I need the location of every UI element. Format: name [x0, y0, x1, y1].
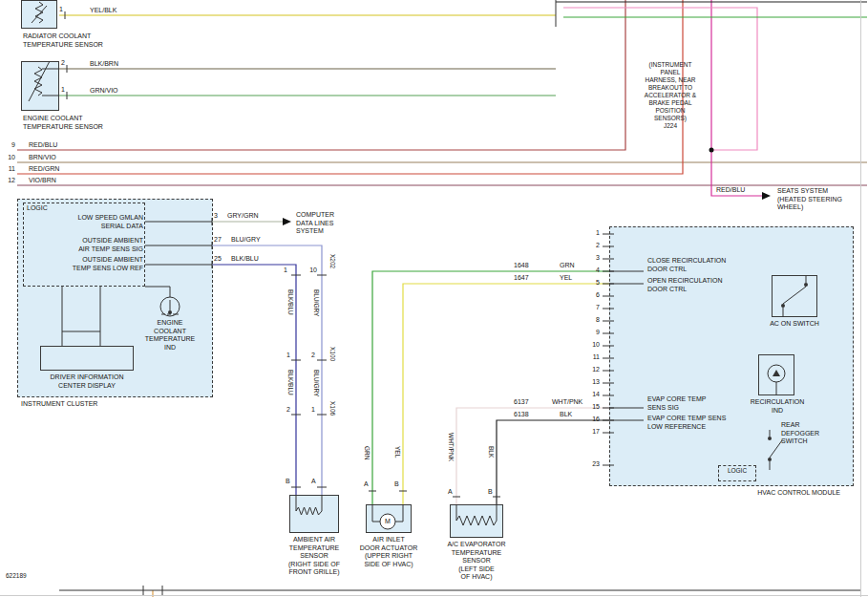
coolant-temp-ind-label: ENGINE COOLANT TEMPERATURE IND: [139, 319, 201, 352]
evap-sensor-label: A/C EVAPORATOR TEMPERATURE SENSOR (LEFT …: [440, 541, 513, 582]
hvac-pin-number: 7: [582, 304, 600, 312]
wire-1647-yel: [403, 284, 609, 504]
hvac-pin-number: 10: [582, 341, 600, 350]
cluster-logic-label: LOGIC: [27, 204, 48, 213]
pin-number: 2: [286, 406, 294, 415]
pin-number: 10: [306, 267, 317, 275]
seats-system-arrow-icon: [762, 192, 771, 200]
ac-switch-contact-icon: [804, 283, 808, 287]
pin-number: 27: [214, 236, 225, 245]
wire-color-label: WHT/PNK: [552, 398, 582, 407]
computer-data-arrow-icon: [283, 218, 291, 225]
hvac-signal-label: OPEN RECIRCULATION DOOR CTRL: [647, 277, 722, 293]
hvac-pin-number: 6: [582, 291, 600, 300]
computer-data-lines-label: COMPUTER DATA LINES SYSTEM: [296, 211, 363, 236]
viewer-frame-line: [0, 0, 868, 597]
ac-switch-contact-icon: [781, 304, 785, 308]
hvac-pin-number: 9: [582, 329, 600, 337]
wire-color-label: VIO/BRN: [29, 177, 56, 185]
wire-color-label: RED/BLU: [29, 141, 57, 150]
engine-sensor-label: ENGINE COOLANT TEMPERATURE SENSOR: [23, 115, 111, 131]
pin-number: 1: [286, 352, 294, 360]
circuit-number: 6138: [514, 411, 529, 419]
hvac-logic-label: LOGIC: [719, 467, 755, 475]
hvac-pin-number: 8: [582, 316, 600, 325]
pin-letter: B: [488, 488, 496, 497]
recirc-arrow-icon: [773, 370, 780, 376]
row-number: 11: [2, 165, 15, 174]
hvac-pin-number: 1: [582, 229, 600, 238]
j224-harness-note: (INSTRUMENT PANEL HARNESS, NEAR BREAKOUT…: [628, 61, 712, 130]
hvac-pin-number: 13: [582, 378, 600, 387]
pin-number: 1: [59, 6, 69, 14]
wire-color-label-vertical: BLK/BLU: [286, 370, 294, 395]
wire-color-label-vertical: BLK: [487, 446, 495, 458]
pin-number: 1: [61, 86, 71, 95]
pin-number: 25: [214, 255, 225, 264]
wire-color-label-vertical: BLU/GRY: [312, 289, 320, 316]
circuit-number: 1648: [514, 262, 529, 270]
instrument-cluster-label: INSTRUMENT CLUSTER: [21, 400, 97, 409]
hvac-signal-label: EVAP CORE TEMP SENS SIG: [647, 395, 706, 412]
wire-color-label: YEL/BLK: [90, 7, 116, 15]
pin-letter: B: [286, 478, 293, 486]
circuit-number: 6137: [514, 398, 529, 407]
hvac-pin-number: 11: [582, 353, 600, 362]
wire-color-label: GRN/VIO: [90, 87, 118, 96]
wire-color-label: GRN: [560, 262, 575, 270]
ac-on-switch-label: AC ON SWITCH: [764, 320, 825, 329]
seats-system-label: SEATS SYSTEM (HEATED STEERING WHEEL): [777, 187, 865, 212]
pin-number: 1: [311, 406, 319, 415]
hvac-pin-number: 17: [582, 428, 600, 437]
pin-number: 3: [214, 212, 225, 221]
wire-color-label: YEL: [560, 274, 572, 283]
connector-label: X106: [328, 401, 336, 416]
cluster-signal-label: OUTSIDE AMBIENT AIR TEMP SENS SIG: [52, 237, 143, 253]
wire-color-label-vertical: GRN: [363, 446, 370, 459]
radiator-sensor-label: RADIATOR COOLANT TEMPERATURE SENSOR: [23, 32, 111, 49]
hvac-pin-number: 23: [582, 460, 600, 469]
pin-letter: A: [448, 488, 455, 497]
hvac-pin-number: 3: [582, 254, 600, 263]
pin-letter: A: [311, 478, 319, 486]
wire-color-label: BRN/VIO: [29, 154, 56, 162]
j224-junction-dot: [709, 148, 714, 153]
gauge-bulb-icon: [168, 310, 172, 314]
dic-display-label: DRIVER INFORMATION CENTER DISPLAY: [38, 373, 136, 390]
hvac-pin-number: 12: [582, 366, 600, 374]
cluster-signal-label: LOW SPEED GMLAN SERIAL DATA: [52, 214, 143, 230]
wire-blk-blu: [212, 265, 296, 495]
defog-switch-contact-icon: [768, 437, 772, 440]
wire-blu-gry: [212, 245, 322, 495]
wire-color-label: GRY/GRN: [227, 212, 259, 221]
motor-letter: M: [384, 518, 392, 526]
wire-color-label: RED/GRN: [29, 165, 59, 174]
diagram-svg: [0, 0, 868, 597]
hvac-pin-number: 5: [582, 279, 600, 288]
structural-lines: [59, 0, 860, 595]
wire-color-label: BLK/BRN: [90, 60, 118, 69]
wire-color-label: RED/BLU: [716, 186, 745, 195]
wire-color-label-vertical: WHT/PNK: [447, 433, 455, 461]
wire-magenta-j224: [711, 0, 763, 196]
row-number: 12: [2, 177, 15, 185]
defog-switch-contact-icon: [768, 458, 772, 461]
row-number: 10: [2, 154, 15, 162]
hvac-pin-number: 15: [582, 403, 600, 412]
connector-label: X202: [328, 254, 336, 268]
hvac-module-label: HVAC CONTROL MODULE: [668, 489, 840, 498]
wiring-diagram: RADIATOR COOLANT TEMPERATURE SENSOR 1 YE…: [0, 0, 868, 597]
pin-number: 2: [311, 352, 319, 360]
wire-color-label-vertical: BLK/BLU: [286, 289, 294, 315]
connector-label: X100: [328, 347, 336, 361]
pin-number: 2: [61, 59, 71, 68]
circuit-number: 1647: [514, 274, 529, 283]
actuator-label: AIR INLET DOOR ACTUATOR (UPPER RIGHT SID…: [352, 536, 425, 568]
rear-defogger-switch-label: REAR DEFOGGER SWITCH: [781, 421, 819, 446]
wire-color-label-vertical: YEL: [393, 446, 401, 458]
recirc-ind-label: RECIRCULATION IND: [741, 398, 814, 415]
ambient-sensor-label: AMBIENT AIR TEMPERATURE SENSOR (RIGHT SI…: [278, 536, 350, 577]
hvac-signal-label: CLOSE RECIRCULATION DOOR CTRL: [647, 257, 726, 273]
hvac-pin-number: 16: [582, 416, 600, 424]
wire-color-label: BLK: [560, 411, 572, 419]
